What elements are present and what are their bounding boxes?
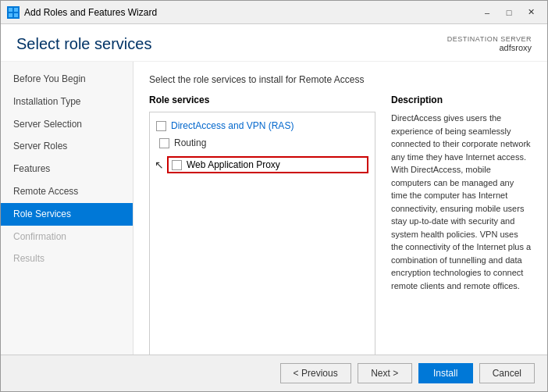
wizard-window: Add Roles and Features Wizard – □ ✕ Sele… bbox=[0, 0, 548, 392]
install-button[interactable]: Install bbox=[418, 363, 473, 383]
tree-item-routing[interactable]: Routing bbox=[153, 134, 372, 151]
sidebar-item-role-services[interactable]: Role Services bbox=[1, 203, 133, 226]
sidebar-item-features[interactable]: Features bbox=[1, 158, 133, 180]
destination-server-info: DESTINATION SERVER adfsroxy bbox=[447, 35, 532, 52]
cursor-icon: ↖ bbox=[155, 159, 164, 171]
two-column-layout: Role services DirectAccess and VPN (RAS)… bbox=[149, 94, 532, 355]
checkbox-directaccess[interactable] bbox=[156, 121, 166, 131]
tree-item-directaccess[interactable]: DirectAccess and VPN (RAS) bbox=[153, 117, 372, 134]
footer: < Previous Next > Install Cancel bbox=[1, 355, 547, 391]
description-text: DirectAccess gives users the experience … bbox=[391, 112, 532, 292]
minimize-button[interactable]: – bbox=[477, 5, 497, 20]
web-proxy-label: Web Application Proxy bbox=[187, 159, 280, 170]
role-services-title: Role services bbox=[149, 94, 375, 105]
instruction-text: Select the role services to install for … bbox=[149, 74, 532, 85]
page-title: Select role services bbox=[16, 35, 151, 53]
title-bar: Add Roles and Features Wizard – □ ✕ bbox=[1, 1, 547, 24]
tree-item-web-proxy[interactable]: Web Application Proxy bbox=[167, 156, 368, 173]
app-icon bbox=[7, 6, 20, 19]
next-button[interactable]: Next > bbox=[358, 363, 412, 383]
routing-label: Routing bbox=[174, 136, 206, 150]
svg-rect-1 bbox=[14, 8, 18, 12]
svg-rect-2 bbox=[9, 13, 12, 17]
page-header: Select role services DESTINATION SERVER … bbox=[1, 24, 547, 62]
destination-label: DESTINATION SERVER bbox=[447, 35, 532, 43]
description-panel: Description DirectAccess gives users the… bbox=[391, 94, 532, 355]
checkbox-web-proxy[interactable] bbox=[172, 160, 182, 170]
destination-name: adfsroxy bbox=[447, 43, 532, 52]
sidebar-item-remote-access[interactable]: Remote Access bbox=[1, 180, 133, 203]
sidebar-item-results: Results bbox=[1, 248, 133, 270]
window-controls: – □ ✕ bbox=[477, 5, 541, 20]
checkbox-routing[interactable] bbox=[159, 138, 169, 148]
sidebar-item-before-you-begin[interactable]: Before You Begin bbox=[1, 68, 133, 91]
sidebar-item-installation-type[interactable]: Installation Type bbox=[1, 91, 133, 113]
previous-button[interactable]: < Previous bbox=[280, 363, 351, 383]
main-layout: Before You Begin Installation Type Serve… bbox=[1, 62, 547, 355]
window-title: Add Roles and Features Wizard bbox=[24, 7, 477, 18]
role-services-panel: Role services DirectAccess and VPN (RAS)… bbox=[149, 94, 375, 355]
sidebar: Before You Begin Installation Type Serve… bbox=[1, 62, 133, 355]
maximize-button[interactable]: □ bbox=[499, 5, 519, 20]
close-button[interactable]: ✕ bbox=[521, 5, 541, 20]
sidebar-item-server-selection[interactable]: Server Selection bbox=[1, 113, 133, 136]
sidebar-item-confirmation: Confirmation bbox=[1, 226, 133, 248]
main-content: Select the role services to install for … bbox=[133, 62, 547, 355]
role-services-tree: DirectAccess and VPN (RAS) Routing ↖ bbox=[149, 112, 375, 355]
description-title: Description bbox=[391, 94, 532, 105]
svg-rect-3 bbox=[14, 13, 18, 17]
directaccess-label: DirectAccess and VPN (RAS) bbox=[171, 119, 294, 133]
cancel-button[interactable]: Cancel bbox=[479, 363, 535, 383]
svg-rect-0 bbox=[9, 8, 12, 12]
sidebar-item-server-roles[interactable]: Server Roles bbox=[1, 135, 133, 158]
